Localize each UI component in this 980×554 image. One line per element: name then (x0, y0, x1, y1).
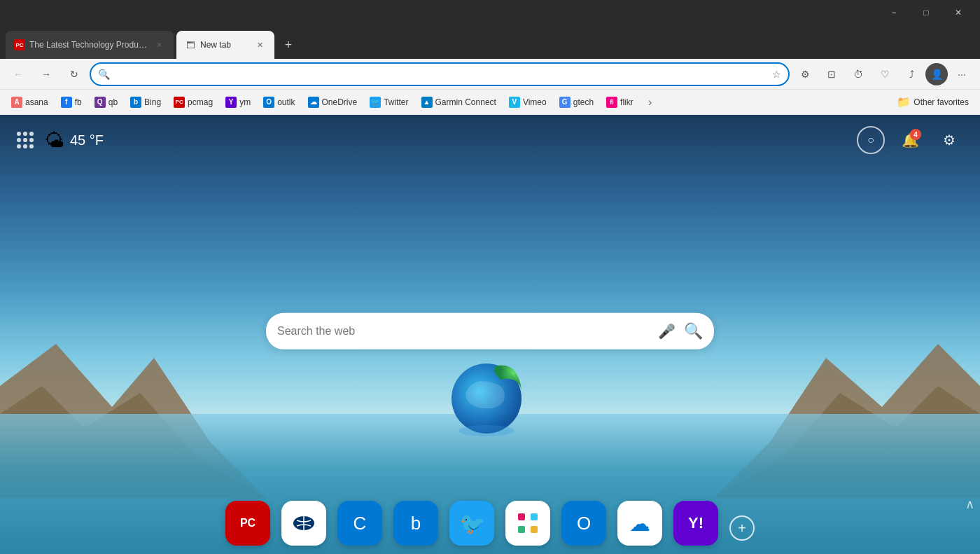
quick-link-slack[interactable] (505, 501, 550, 546)
weather-temperature: 45 °F (70, 132, 104, 148)
history-button[interactable]: ⏱ (846, 62, 871, 87)
dot-4 (17, 138, 21, 142)
profile-button[interactable]: 👤 (925, 63, 948, 85)
quick-link-outlook-icon: O (561, 501, 606, 546)
title-bar: − □ ✕ (0, 0, 980, 25)
quick-link-twitter[interactable]: 🐦 (449, 501, 494, 546)
svg-rect-9 (518, 526, 525, 533)
svg-point-5 (458, 425, 514, 436)
bookmark-vimeo[interactable]: V Vimeo (503, 94, 552, 111)
bookmark-qb[interactable]: Q qb (89, 94, 123, 111)
newtab-circle-button[interactable]: ○ (857, 126, 885, 154)
quick-link-slack-icon (505, 501, 550, 546)
bookmark-outlk[interactable]: O outlk (258, 94, 300, 111)
collections-button[interactable]: ⊡ (819, 62, 844, 87)
bookmark-twitter-label: Twitter (384, 97, 408, 107)
tab-newtab-favicon: 🗔 (185, 39, 196, 50)
bookmark-ym[interactable]: Y ym (220, 94, 256, 111)
svg-rect-8 (531, 513, 538, 520)
quick-link-yahoo[interactable]: Y! (673, 501, 718, 546)
bookmark-gtech[interactable]: G gtech (554, 94, 599, 111)
quick-link-cortana[interactable]: C (337, 501, 382, 546)
bookmark-ym-label: ym (239, 97, 251, 107)
bookmarks-more-button[interactable]: › (640, 92, 660, 112)
microphone-icon[interactable]: 🎤 (658, 322, 676, 339)
dot-7 (17, 144, 21, 148)
bookmark-pcmag[interactable]: PC pcmag (168, 94, 218, 111)
bookmark-flikr-icon: fl (606, 97, 617, 108)
bookmark-outlk-label: outlk (277, 97, 295, 107)
bookmark-garmin[interactable]: ▲ Garmin Connect (416, 94, 502, 111)
bookmark-bing-icon: b (130, 97, 141, 108)
window-controls: − □ ✕ (878, 0, 974, 25)
favorites-button[interactable]: ♡ (872, 62, 897, 87)
forward-button[interactable]: → (34, 62, 59, 87)
quick-link-bing[interactable]: b (393, 501, 438, 546)
dot-8 (23, 144, 27, 148)
bookmark-qb-icon: Q (94, 97, 106, 108)
bookmark-onedrive[interactable]: ☁ OneDrive (302, 94, 363, 111)
address-bar[interactable]: 🔍 ☆ (90, 62, 790, 86)
bookmark-flikr[interactable]: fl flikr (601, 94, 639, 111)
weather-icon: 🌤 (45, 129, 64, 152)
tab-newtab[interactable]: 🗔 New tab ✕ (176, 31, 274, 59)
maximize-button[interactable]: □ (910, 0, 942, 25)
notification-button[interactable]: 🔔 4 (896, 126, 924, 154)
bookmark-twitter[interactable]: 🐦 Twitter (364, 94, 414, 111)
back-button[interactable]: ← (6, 62, 31, 87)
quick-link-add-button[interactable]: + (729, 515, 755, 541)
favorites-star-icon[interactable]: ☆ (772, 69, 781, 80)
grid-dots[interactable] (17, 132, 34, 148)
other-favorites-button[interactable]: 📁 Other favorites (891, 92, 974, 111)
other-favorites-label: Other favorites (913, 97, 969, 107)
quick-link-onedrive[interactable]: ☁ (617, 501, 662, 546)
tab-add-button[interactable]: + (277, 34, 300, 56)
bookmark-vimeo-icon: V (509, 97, 520, 108)
bookmark-bing-label: Bing (144, 97, 161, 107)
search-submit-button[interactable]: 🔍 (684, 321, 703, 340)
quick-link-pcmag[interactable]: PC (225, 501, 270, 546)
edge-logo (448, 355, 532, 439)
tab-bar: PC The Latest Technology Product R... ✕ … (0, 25, 980, 59)
bookmark-asana-icon: A (11, 97, 22, 108)
refresh-button[interactable]: ↻ (62, 62, 87, 87)
newtab-main: 🌤 45 °F ○ 🔔 4 ⚙ 🎤 🔍 (0, 115, 980, 554)
search-input[interactable] (277, 324, 650, 337)
dot-1 (17, 132, 21, 136)
weather-widget: 🌤 45 °F (17, 129, 104, 152)
more-button[interactable]: ··· (949, 62, 974, 87)
tab-pcmag-favicon: PC (14, 39, 25, 50)
bookmark-fb-label: fb (75, 97, 82, 107)
quick-link-nfl-icon (281, 501, 326, 546)
bookmark-vimeo-label: Vimeo (523, 97, 547, 107)
tab-pcmag-close[interactable]: ✕ (153, 39, 165, 51)
folder-icon: 📁 (897, 95, 911, 109)
toolbar-right: ⚙ ⊡ ⏱ ♡ ⤴ 👤 ··· (792, 62, 974, 87)
quick-link-yahoo-icon: Y! (673, 501, 718, 546)
scroll-up-indicator[interactable]: ∧ (965, 497, 974, 512)
quick-link-bing-icon: b (393, 501, 438, 546)
dot-6 (29, 138, 34, 142)
toolbar: ← → ↻ 🔍 ☆ ⚙ ⊡ ⏱ ♡ ⤴ 👤 ··· (0, 59, 980, 90)
dot-9 (29, 144, 34, 148)
extensions-button[interactable]: ⚙ (792, 62, 818, 87)
minimize-button[interactable]: − (878, 0, 910, 25)
share-button[interactable]: ⤴ (899, 62, 924, 87)
bookmark-qb-label: qb (108, 97, 118, 107)
close-button[interactable]: ✕ (942, 0, 974, 25)
bookmark-pcmag-icon: PC (174, 97, 185, 108)
bookmark-fb[interactable]: f fb (55, 94, 88, 111)
notification-badge: 4 (910, 129, 921, 140)
bookmark-asana[interactable]: A asana (6, 94, 54, 111)
dot-5 (23, 138, 27, 142)
quick-link-outlook[interactable]: O (561, 501, 606, 546)
bookmark-bing[interactable]: b Bing (125, 94, 167, 111)
newtab-settings-button[interactable]: ⚙ (935, 126, 963, 154)
bookmark-gtech-icon: G (559, 97, 570, 108)
tab-newtab-close[interactable]: ✕ (253, 39, 266, 51)
quick-link-nfl[interactable] (281, 501, 326, 546)
dot-3 (29, 132, 34, 136)
tab-pcmag[interactable]: PC The Latest Technology Product R... ✕ (6, 31, 174, 59)
address-input[interactable] (115, 69, 766, 80)
tab-pcmag-title: The Latest Technology Product R... (29, 40, 148, 50)
